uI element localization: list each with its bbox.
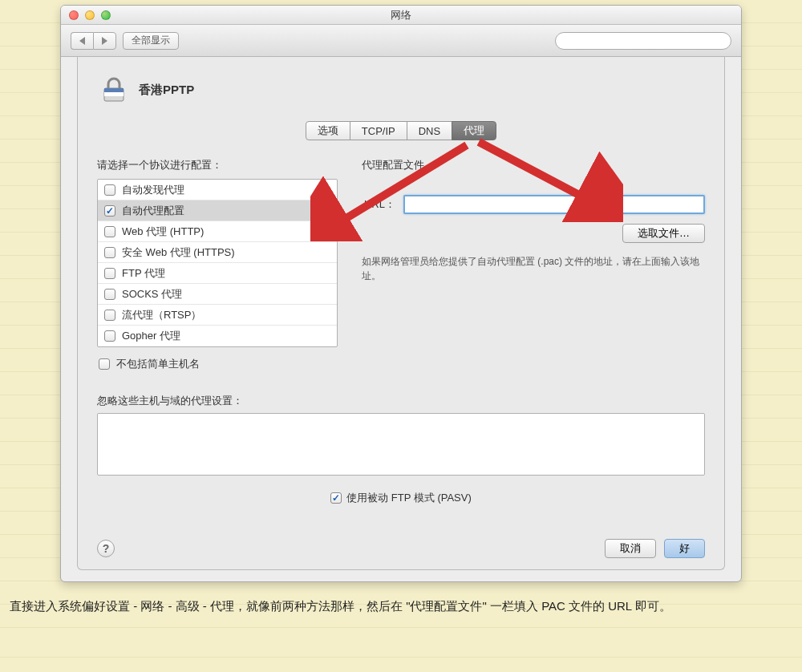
proto-row-rtsp[interactable]: 流代理（RTSP） [98,305,337,326]
proto-row-auto-config[interactable]: 自动代理配置 [98,200,337,221]
checkbox[interactable] [330,492,342,504]
checkbox[interactable] [99,358,110,370]
tab-proxy[interactable]: 代理 [452,121,496,140]
exclude-hosts-textarea[interactable] [97,413,705,476]
proto-row-ftp[interactable]: FTP 代理 [98,263,337,284]
tab-dns[interactable]: DNS [407,121,452,140]
close-window-button[interactable] [69,10,79,20]
connection-header: 香港PPTP [97,73,705,107]
proto-label: SOCKS 代理 [122,287,182,302]
checkbox[interactable] [104,330,115,342]
proto-row-socks[interactable]: SOCKS 代理 [98,284,337,305]
traffic-lights [69,10,111,20]
chevron-left-icon [79,37,85,45]
checkbox[interactable] [104,289,115,300]
window-titlebar: 网络 [61,6,741,25]
proto-row-auto-discover[interactable]: 自动发现代理 [98,180,337,200]
proto-label: 安全 Web 代理 (HTTPS) [122,245,235,260]
pasv-row[interactable]: 使用被动 FTP 模式 (PASV) [97,491,705,505]
checkbox[interactable] [104,184,115,196]
forward-button[interactable] [93,32,116,50]
nav-button-group [71,32,116,50]
url-row: URL： [362,195,705,214]
minimize-window-button[interactable] [85,10,95,20]
proto-label: 流代理（RTSP） [122,308,201,322]
ok-button[interactable]: 好 [664,539,705,558]
chevron-right-icon [102,37,107,45]
proto-row-gopher[interactable]: Gopher 代理 [98,326,337,346]
toolbar: 全部显示 [61,25,741,57]
exclude-hosts-label: 忽略这些主机与域的代理设置： [97,394,705,408]
choose-file-button[interactable]: 选取文件… [622,224,705,243]
checkbox[interactable] [104,247,115,258]
window-title: 网络 [391,8,411,22]
advanced-sheet: 香港PPTP 选项 TCP/IP DNS 代理 请选择一个协议进行配置： 自动发… [77,57,725,570]
proto-label: Gopher 代理 [122,329,180,343]
proxy-config-header: 代理配置文件 [362,158,705,172]
bottom-row: ? 取消 好 [97,539,705,558]
lock-icon [97,73,131,107]
tab-tcpip[interactable]: TCP/IP [350,121,407,140]
checkbox[interactable] [104,226,115,237]
back-button[interactable] [71,32,93,50]
proto-label: 自动发现代理 [122,183,184,197]
button-row: 取消 好 [605,539,705,558]
checkbox[interactable] [104,268,115,279]
url-input[interactable] [403,195,705,214]
url-label: URL： [362,197,395,212]
proto-label: Web 代理 (HTTP) [122,225,204,239]
show-all-button[interactable]: 全部显示 [123,32,179,50]
proto-row-http[interactable]: Web 代理 (HTTP) [98,221,337,242]
main-columns: 请选择一个协议进行配置： 自动发现代理 自动代理配置 Web 代理 (HTTP) [97,158,705,383]
preferences-window: 网络 全部显示 香港PPTP 选项 TCP/I [60,5,742,582]
help-button[interactable]: ? [97,540,115,557]
pasv-label: 使用被动 FTP 模式 (PASV) [346,491,472,505]
article-caption: 直接进入系统偏好设置 - 网络 - 高级 - 代理，就像前两种方法那样，然后在 … [10,595,792,617]
proto-label: FTP 代理 [122,266,165,281]
pac-help-text: 如果网络管理员给您提供了自动代理配置 (.pac) 文件的地址，请在上面输入该地… [362,254,705,283]
tab-bar: 选项 TCP/IP DNS 代理 [97,121,705,140]
checkbox[interactable] [104,205,115,217]
tab-options[interactable]: 选项 [306,121,350,140]
proto-row-https[interactable]: 安全 Web 代理 (HTTPS) [98,242,337,263]
right-column: 代理配置文件 URL： 选取文件… 如果网络管理员给您提供了自动代理配置 (.p… [362,158,705,383]
left-column: 请选择一个协议进行配置： 自动发现代理 自动代理配置 Web 代理 (HTTP) [97,158,338,383]
protocol-list: 自动发现代理 自动代理配置 Web 代理 (HTTP) 安全 Web 代理 (H… [97,179,338,347]
cancel-button[interactable]: 取消 [605,539,656,558]
proto-label: 自动代理配置 [122,204,184,218]
search-wrap [555,32,731,50]
exclude-simple-row[interactable]: 不包括简单主机名 [99,357,338,371]
protocol-list-label: 请选择一个协议进行配置： [97,158,338,172]
exclude-simple-label: 不包括简单主机名 [116,357,200,371]
zoom-window-button[interactable] [101,10,111,20]
search-input[interactable] [555,32,731,50]
svg-rect-4 [104,92,124,96]
connection-name: 香港PPTP [139,83,194,98]
checkbox[interactable] [104,310,115,321]
svg-rect-3 [104,88,124,92]
